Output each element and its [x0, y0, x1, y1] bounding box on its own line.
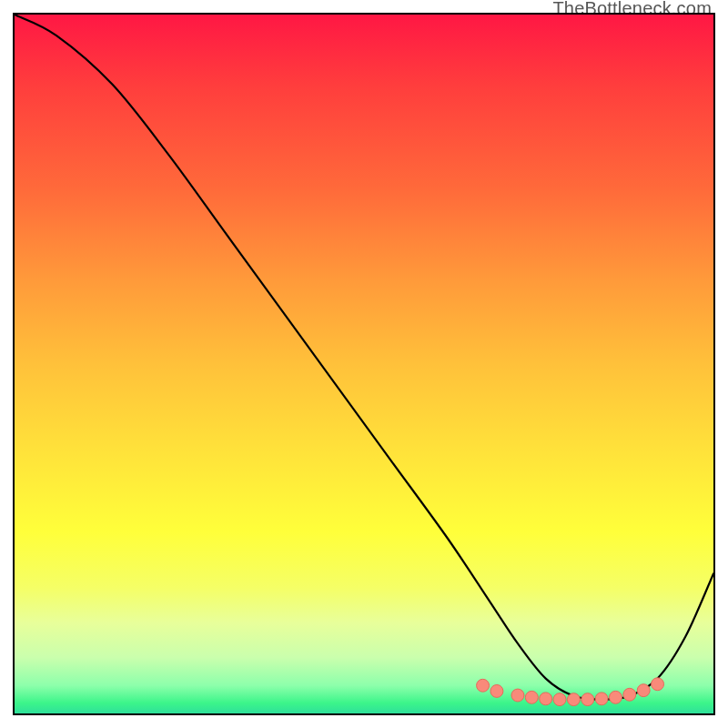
- marker-point: [595, 693, 608, 705]
- marker-group: [477, 678, 664, 706]
- marker-point: [540, 693, 552, 705]
- chart-frame: [13, 13, 715, 715]
- marker-point: [567, 693, 580, 706]
- marker-point: [623, 688, 636, 701]
- marker-point: [525, 691, 538, 703]
- marker-point: [652, 678, 664, 691]
- marker-point: [637, 684, 650, 697]
- marker-point: [477, 679, 490, 692]
- marker-point: [553, 693, 566, 706]
- marker-point: [581, 693, 594, 706]
- marker-point: [511, 689, 524, 702]
- marker-point: [610, 691, 622, 703]
- marker-point: [490, 684, 503, 697]
- chart-svg: [15, 15, 713, 713]
- bottleneck-curve: [15, 15, 713, 700]
